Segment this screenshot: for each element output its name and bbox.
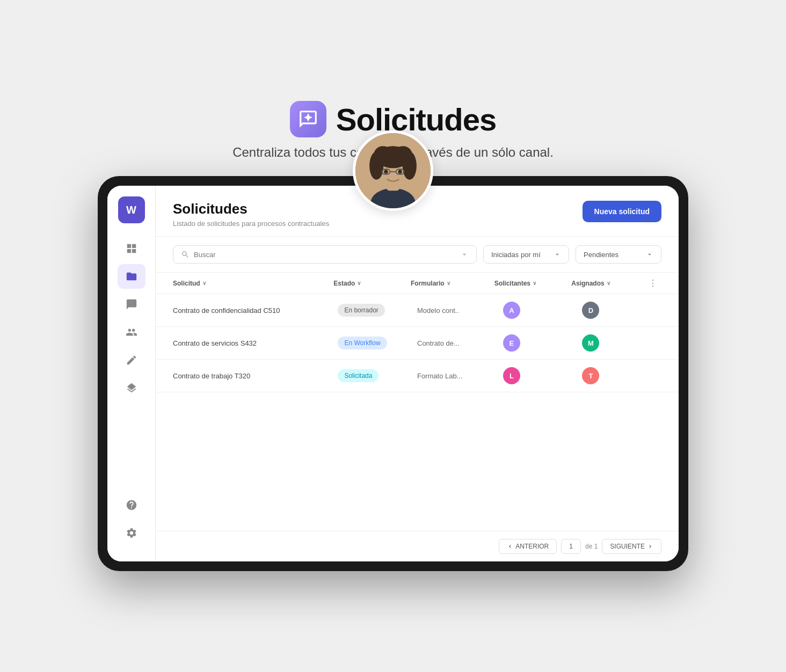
status-badge: En borrador [338, 304, 384, 317]
page-info: Solicitudes Listado de solicitudes para … [173, 201, 329, 228]
status-badge: Solicitada [338, 369, 379, 382]
prev-button[interactable]: ANTERIOR [499, 539, 557, 554]
tablet: W [98, 176, 688, 571]
layers-icon [126, 382, 137, 394]
row1-formulario: Modelo cont.. [417, 306, 503, 315]
col-solicitantes-chevron: ∨ [533, 280, 536, 286]
prev-icon [507, 543, 513, 550]
col-solicitantes-label: Solicitantes [494, 280, 530, 287]
sidebar-item-grid[interactable] [118, 236, 145, 261]
sidebar-item-pencil[interactable] [118, 348, 145, 372]
avatar-svg [355, 133, 431, 208]
people-icon [126, 326, 137, 338]
avatar: A [503, 302, 520, 319]
search-box[interactable] [173, 245, 477, 264]
avatar: D [582, 302, 599, 319]
row2-formulario: Contrato de... [417, 339, 503, 347]
sidebar-bottom [118, 493, 145, 551]
main-content: Solicitudes Listado de solicitudes para … [156, 186, 679, 561]
svg-point-13 [398, 170, 402, 173]
more-icon: ⋮ [649, 279, 657, 288]
device-wrapper: W [98, 176, 688, 571]
col-solicitud-label: Solicitud [173, 280, 200, 287]
filter-pendientes-select[interactable]: Pendientes [576, 245, 661, 264]
page-description: Listado de solicitudes para procesos con… [173, 220, 329, 228]
svg-point-7 [374, 146, 392, 162]
current-page: 1 [561, 539, 581, 554]
col-asignados-chevron: ∨ [607, 280, 610, 286]
table-wrapper: Solicitud ∨ Estado ∨ Formulario ∨ [156, 273, 679, 531]
chat-icon [126, 298, 137, 310]
next-button[interactable]: SIGUIENTE [602, 539, 661, 554]
folder-icon [126, 271, 137, 282]
sidebar-logo[interactable]: W [118, 196, 145, 223]
col-header-asignados: Asignados ∨ [571, 280, 649, 287]
avatar: E [503, 334, 520, 352]
col-estado-label: Estado [333, 280, 355, 287]
tablet-screen: W [107, 186, 679, 561]
pencil-icon [126, 354, 137, 366]
col-header-estado: Estado ∨ [333, 280, 411, 287]
sidebar-item-chat[interactable] [118, 292, 145, 317]
avatar: T [582, 367, 599, 384]
app-icon-svg [298, 109, 318, 129]
app-icon [290, 101, 326, 137]
main-title: Solicitudes [336, 101, 496, 137]
row1-solicitantes: A [503, 302, 583, 319]
filter-iniciadas-select[interactable]: Iniciadas por mí [483, 245, 569, 264]
row1-solicitud: Contrato de confidencialidad C510 [173, 306, 338, 315]
col-header-solicitud: Solicitud ∨ [173, 280, 333, 287]
table-row[interactable]: Contrato de confidencialidad C510 En bor… [156, 294, 679, 327]
sidebar-item-help[interactable] [118, 493, 145, 517]
col-solicitud-chevron: ∨ [202, 280, 206, 286]
col-formulario-label: Formulario [411, 280, 445, 287]
sidebar-item-people[interactable] [118, 320, 145, 345]
avatar-floating [353, 130, 433, 211]
next-label: SIGUIENTE [610, 543, 645, 550]
help-icon [126, 499, 137, 511]
table-row[interactable]: Contrato de servicios S432 En Workflow C… [156, 327, 679, 360]
svg-point-8 [394, 146, 412, 162]
avatar: M [582, 334, 599, 352]
row2-asignados: M [582, 334, 661, 352]
avatar: L [503, 367, 520, 384]
row3-formulario: Formato Lab... [417, 372, 503, 380]
row2-solicitantes: E [503, 334, 583, 352]
col-formulario-chevron: ∨ [447, 280, 450, 286]
row2-solicitud: Contrato de servicios S432 [173, 339, 338, 347]
pagination: ANTERIOR 1 de 1 SIGUIENTE [156, 531, 679, 561]
col-header-solicitantes: Solicitantes ∨ [494, 280, 572, 287]
filter2-chevron-icon [646, 251, 653, 258]
row3-solicitantes: L [503, 367, 583, 384]
settings-icon [126, 527, 137, 539]
row2-estado: En Workflow [338, 337, 417, 349]
sidebar: W [107, 186, 156, 561]
prev-label: ANTERIOR [515, 543, 549, 550]
filter-bar: Iniciadas por mí Pendientes [156, 237, 679, 273]
col-asignados-label: Asignados [571, 280, 604, 287]
row1-estado: En borrador [338, 304, 417, 317]
sidebar-item-folder[interactable] [118, 264, 145, 289]
sidebar-nav [107, 236, 155, 491]
total-pages: de 1 [585, 543, 598, 550]
status-badge: En Workflow [338, 337, 387, 349]
row1-asignados: D [582, 302, 661, 319]
filter1-chevron-icon [554, 251, 561, 258]
sidebar-logo-label: W [126, 204, 136, 216]
search-input[interactable] [194, 251, 456, 259]
table-header: Solicitud ∨ Estado ∨ Formulario ∨ [156, 273, 679, 294]
table-row[interactable]: Contrato de trabajo T320 Solicitada Form… [156, 360, 679, 392]
page-title: Solicitudes [173, 201, 329, 217]
col-estado-chevron: ∨ [357, 280, 361, 286]
search-icon [181, 250, 190, 259]
sidebar-item-layers[interactable] [118, 376, 145, 400]
row3-estado: Solicitada [338, 369, 417, 382]
page-wrapper: Solicitudes Centraliza todos tus contrat… [0, 0, 786, 672]
row3-solicitud: Contrato de trabajo T320 [173, 372, 338, 380]
new-solicitud-button[interactable]: Nueva solicitud [583, 201, 661, 222]
grid-icon [126, 243, 137, 254]
col-more: ⋮ [649, 278, 661, 288]
svg-point-12 [384, 170, 388, 173]
sidebar-item-settings[interactable] [118, 521, 145, 545]
row3-asignados: T [582, 367, 661, 384]
